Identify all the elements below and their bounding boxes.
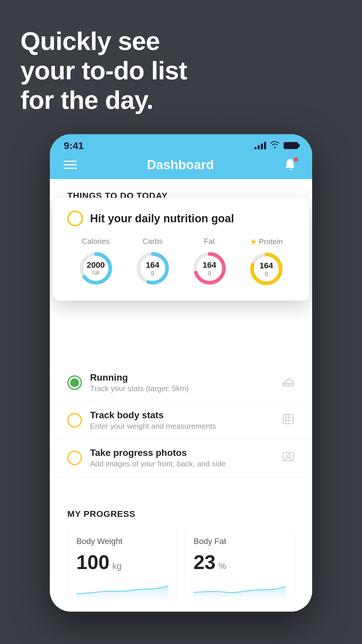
body-fat-value: 23 % (194, 551, 286, 573)
notification-bell-icon[interactable] (284, 158, 298, 172)
todo-list: Running Track your stats (target: 5km) T… (50, 364, 312, 477)
nutrition-card-title: Hit your daily nutrition goal (90, 212, 234, 225)
protein-label: ★ Protein (250, 237, 283, 246)
carbs-item: Carbs 164 g (134, 237, 172, 287)
body-fat-unit: % (219, 561, 226, 571)
body-fat-card: Body Fat 23 % (184, 528, 295, 600)
protein-value: 164 g (259, 262, 273, 276)
status-time: 9:41 (64, 140, 84, 151)
calories-value: 2000 cal (87, 261, 105, 276)
star-icon: ★ (250, 237, 257, 246)
person-photo-icon (282, 450, 295, 466)
body-weight-value: 100 kg (76, 551, 168, 573)
carbs-label: Carbs (143, 237, 163, 246)
carbs-donut: 164 g (134, 249, 172, 287)
svg-point-14 (287, 454, 290, 458)
nav-bar: Dashboard (50, 155, 312, 179)
fat-label: Fat (204, 237, 215, 246)
shoe-icon (282, 376, 295, 389)
nutrition-card-header: Hit your daily nutrition goal (67, 211, 295, 226)
body-weight-chart (76, 579, 168, 600)
todo-sub-running: Track your stats (target: 5km) (90, 384, 274, 393)
spacer (50, 477, 312, 494)
status-bar: 9:41 (50, 134, 312, 155)
signal-icon (254, 142, 266, 149)
todo-item-photos[interactable]: Take progress photos Add images of your … (50, 439, 312, 477)
todo-text-photos: Take progress photos Add images of your … (90, 447, 274, 468)
notification-dot (294, 158, 298, 162)
fat-donut: 164 g (191, 249, 229, 287)
todo-check-running (67, 375, 82, 390)
nutrition-check-circle (67, 211, 83, 226)
svg-rect-8 (283, 414, 294, 424)
wifi-icon (270, 141, 280, 150)
phone-mockup: 9:41 Dashboard (50, 134, 312, 612)
nav-title: Dashboard (147, 158, 214, 172)
nutrition-card: Hit your daily nutrition goal Calories (53, 198, 309, 301)
fat-item: Fat 164 g (191, 237, 229, 287)
status-icons (254, 141, 298, 150)
progress-cards: Body Weight 100 kg (67, 528, 295, 600)
todo-sub-body-stats: Enter your weight and measurements (90, 422, 274, 431)
battery-icon (284, 142, 298, 149)
fat-value: 164 g (203, 261, 216, 276)
protein-item: ★ Protein 164 g (247, 237, 285, 288)
scale-icon (282, 413, 295, 428)
progress-title: MY PROGRESS (67, 509, 295, 519)
card-container: Hit your daily nutrition goal Calories (50, 206, 312, 282)
nutrition-grid: Calories 2000 cal (67, 237, 295, 288)
hamburger-menu[interactable] (64, 161, 77, 169)
body-weight-unit: kg (112, 561, 122, 571)
todo-check-body-stats (67, 413, 82, 428)
progress-section: MY PROGRESS Body Weight 100 kg (50, 494, 312, 612)
body-weight-card: Body Weight 100 kg (67, 528, 178, 600)
calories-donut: 2000 cal (77, 249, 115, 287)
todo-check-photos (67, 451, 82, 465)
todo-item-body-stats[interactable]: Track body stats Enter your weight and m… (50, 402, 312, 439)
protein-donut: 164 g (247, 250, 285, 288)
calories-label: Calories (82, 237, 110, 246)
headline: Quickly see your to-do list for the day. (20, 26, 187, 115)
body-weight-number: 100 (76, 551, 109, 573)
todo-text-running: Running Track your stats (target: 5km) (90, 372, 274, 393)
phone-body: THINGS TO DO TODAY Hit your daily nutrit… (50, 179, 312, 612)
todo-main-running: Running (90, 372, 274, 383)
todo-main-photos: Take progress photos (90, 447, 274, 458)
body-fat-label: Body Fat (194, 537, 286, 546)
todo-text-body-stats: Track body stats Enter your weight and m… (90, 410, 274, 431)
calories-item: Calories 2000 cal (77, 237, 115, 287)
body-weight-label: Body Weight (76, 537, 168, 546)
carbs-value: 164 g (146, 261, 159, 276)
todo-item-running[interactable]: Running Track your stats (target: 5km) (50, 364, 312, 402)
todo-sub-photos: Add images of your front, back, and side (90, 459, 274, 468)
todo-main-body-stats: Track body stats (90, 410, 274, 421)
body-fat-number: 23 (194, 551, 216, 573)
body-fat-chart (194, 579, 286, 600)
